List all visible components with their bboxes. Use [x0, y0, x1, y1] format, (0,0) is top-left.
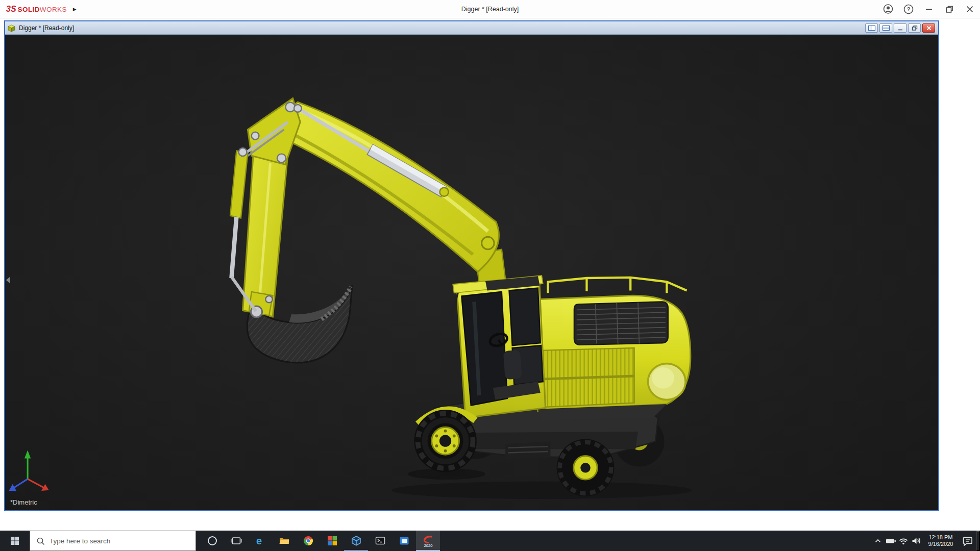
doc-restore-icon	[911, 25, 918, 31]
solidworks-app-icon: 2020	[422, 534, 435, 547]
taskbar-pinned-icons: e	[200, 531, 440, 551]
task-view-icon	[230, 535, 242, 547]
search-input[interactable]	[50, 537, 177, 545]
start-button[interactable]	[0, 531, 30, 551]
split-pane-vertical-icon	[868, 25, 876, 31]
desktop: 3S SOLID WORKS ▶ Digger * [Read-only] ?	[0, 0, 980, 551]
chrome-button[interactable]	[296, 531, 320, 551]
wheel-rear	[557, 439, 615, 497]
tray-overflow-button[interactable]	[871, 531, 884, 551]
network-status[interactable]	[897, 531, 910, 551]
chrome-icon	[302, 535, 314, 547]
3d-model-view[interactable]	[5, 35, 938, 510]
action-center-button[interactable]	[959, 531, 976, 551]
show-desktop-button[interactable]	[976, 531, 980, 551]
sw-year-badge: 2020	[424, 543, 432, 547]
view-orientation-label: *Dimetric	[10, 498, 37, 506]
app-titlebar[interactable]: 3S SOLID WORKS ▶ Digger * [Read-only] ?	[0, 0, 980, 18]
document-window: Digger * [Read-only]	[4, 20, 939, 511]
restore-icon	[943, 3, 955, 15]
doc-restore-button[interactable]	[908, 23, 921, 33]
doc-minimize-icon	[897, 25, 904, 31]
battery-icon	[885, 535, 897, 547]
window-controls: ?	[878, 0, 980, 18]
person-icon	[882, 3, 894, 15]
chevron-up-icon	[873, 536, 883, 546]
document-titlebar[interactable]: Digger * [Read-only]	[5, 21, 938, 35]
menu-flyout-arrow-icon[interactable]: ▶	[73, 7, 77, 12]
doc-minimize-button[interactable]	[894, 23, 906, 33]
cube-app-icon	[350, 535, 362, 547]
taskbar-clock[interactable]: 12:18 PM 9/16/2020	[922, 534, 959, 547]
close-button[interactable]	[960, 0, 980, 18]
close-icon	[964, 3, 976, 15]
blue-app-icon	[398, 535, 410, 547]
svg-text:?: ?	[907, 6, 911, 12]
split-pane-horizontal-button[interactable]	[879, 23, 892, 33]
edge-button[interactable]: e	[248, 531, 272, 551]
solidworks-2020-button[interactable]: 2020	[416, 531, 440, 551]
restore-button[interactable]	[939, 0, 960, 18]
search-icon	[36, 537, 45, 545]
collapsed-panel-arrow-icon[interactable]	[6, 277, 10, 284]
wifi-icon	[897, 535, 910, 547]
svg-text:e: e	[256, 535, 262, 546]
system-tray: 12:18 PM 9/16/2020	[871, 531, 980, 551]
clock-time: 12:18 PM	[922, 534, 959, 541]
volume-control[interactable]	[910, 531, 922, 551]
document-title: Digger * [Read-only]	[19, 24, 74, 32]
battery-status[interactable]	[884, 531, 897, 551]
help-icon: ?	[902, 3, 915, 15]
split-pane-vertical-button[interactable]	[865, 23, 878, 33]
minimize-icon	[923, 3, 935, 15]
clock-date: 9/16/2020	[922, 541, 959, 547]
cortana-icon	[206, 535, 218, 547]
document-window-controls	[865, 23, 936, 33]
task-view-button[interactable]	[224, 531, 248, 551]
speaker-icon	[910, 535, 922, 547]
cortana-button[interactable]	[200, 531, 224, 551]
part-document-icon	[7, 23, 16, 32]
edge-icon: e	[254, 535, 266, 547]
edrawings-button[interactable]	[344, 531, 368, 551]
file-explorer-icon	[278, 535, 290, 547]
minimize-button[interactable]	[919, 0, 939, 18]
help-button[interactable]: ?	[898, 0, 919, 18]
3ds-logo-mark: 3S	[6, 5, 16, 14]
account-button[interactable]	[878, 0, 898, 18]
blue-app-button[interactable]	[392, 531, 416, 551]
windows-logo-icon	[10, 536, 19, 545]
doc-close-icon	[925, 25, 933, 31]
split-pane-horizontal-icon	[882, 25, 890, 31]
excavator-cab	[449, 276, 546, 418]
colorful-app-icon	[327, 535, 338, 546]
notification-icon	[962, 535, 974, 547]
terminal-icon	[374, 535, 386, 547]
solidworks-logo: 3S SOLID WORKS	[0, 5, 67, 14]
terminal-button[interactable]	[368, 531, 392, 551]
app-title: Digger * [Read-only]	[0, 0, 980, 18]
wheel-front	[414, 410, 477, 472]
file-explorer-button[interactable]	[272, 531, 296, 551]
doc-close-button[interactable]	[922, 23, 935, 33]
taskbar: e	[0, 531, 980, 551]
graphics-viewport[interactable]: *Dimetric	[5, 35, 938, 510]
colorful-app-button[interactable]	[320, 531, 344, 551]
taskbar-search[interactable]	[30, 531, 196, 551]
